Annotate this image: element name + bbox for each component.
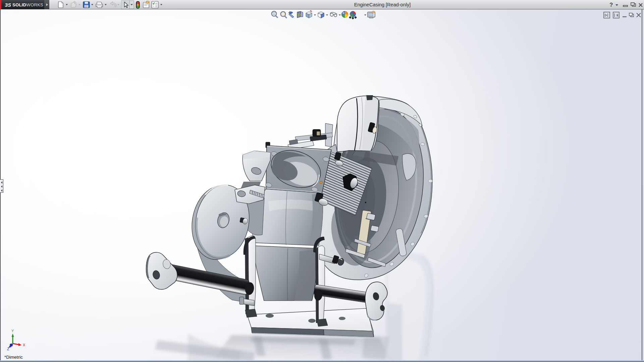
svg-text:Y: Y: [11, 329, 14, 333]
svg-text:?: ?: [609, 2, 613, 8]
svg-text:SOLIDWORKS: SOLIDWORKS: [12, 2, 43, 7]
svg-text:ЗS: ЗS: [5, 2, 11, 8]
svg-text:X: X: [23, 343, 25, 347]
svg-text:Z: Z: [7, 347, 9, 351]
